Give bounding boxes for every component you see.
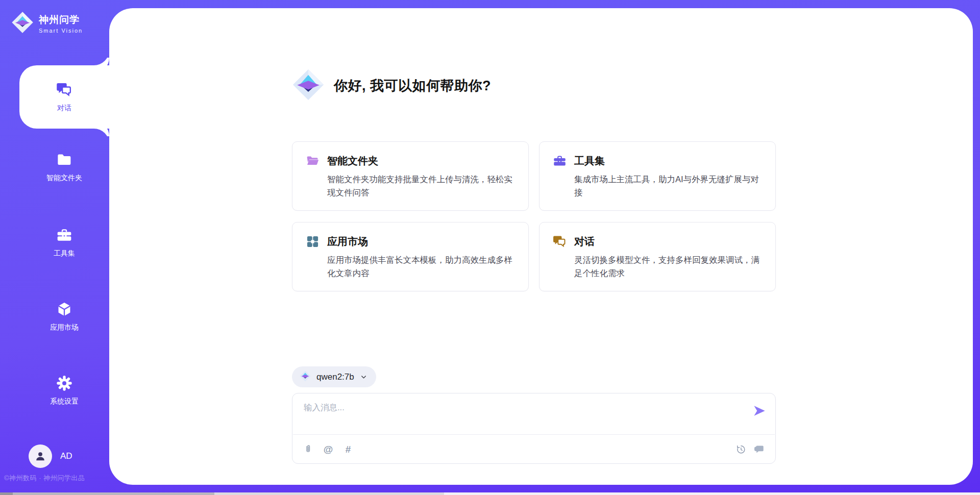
sidebar: 神州问学 Smart Vision 对话 智能文件夹 工具集 — [0, 0, 109, 495]
model-selector[interactable]: qwen2:7b — [292, 366, 376, 387]
card-toolbox[interactable]: 工具集 集成市场上主流工具，助力AI与外界无缝扩展与对接 — [539, 141, 776, 211]
folder-icon — [56, 152, 72, 168]
card-description: 智能文件夹功能支持批量文件上传与清洗，轻松实现文件问答 — [327, 173, 515, 199]
card-description: 灵活切换多模型文件，支持多样回复效果调试，满足个性化需求 — [574, 254, 762, 280]
sidebar-item-toolbox[interactable]: 工具集 — [19, 211, 109, 274]
card-smart-folder[interactable]: 智能文件夹 智能文件夹功能支持批量文件上传与清洗，轻松实现文件问答 — [292, 141, 529, 211]
sidebar-item-settings[interactable]: 系统设置 — [19, 359, 109, 422]
sidebar-item-label: 工具集 — [54, 249, 75, 258]
brand-subtitle: Smart Vision — [39, 28, 83, 34]
gem-logo-icon — [292, 68, 325, 103]
card-title: 工具集 — [574, 154, 605, 168]
user-profile[interactable]: AD — [29, 444, 72, 468]
greeting-title: 你好, 我可以如何帮助你? — [334, 77, 491, 95]
scrollbar-thumb[interactable] — [13, 492, 214, 495]
history-icon[interactable] — [735, 443, 746, 455]
sidebar-item-label: 应用市场 — [50, 323, 79, 332]
sidebar-item-label: 对话 — [57, 104, 71, 113]
chat-icon — [56, 82, 72, 98]
card-title: 应用市场 — [327, 235, 368, 249]
card-title: 智能文件夹 — [327, 154, 378, 168]
sidebar-item-chat[interactable]: 对话 — [19, 65, 109, 129]
card-description: 应用市场提供丰富长文本模板，助力高效生成多样化文章内容 — [327, 254, 515, 280]
sidebar-item-label: 系统设置 — [50, 397, 79, 406]
gem-logo-icon — [11, 11, 34, 36]
card-description: 集成市场上主流工具，助力AI与外界无缝扩展与对接 — [574, 173, 762, 199]
feature-cards: 智能文件夹 智能文件夹功能支持批量文件上传与清洗，轻松实现文件问答 — [292, 141, 776, 291]
sidebar-item-smart-folder[interactable]: 智能文件夹 — [19, 135, 109, 199]
message-composer: @ # — [292, 393, 776, 464]
horizontal-scrollbar[interactable] — [0, 492, 980, 495]
gear-icon — [56, 375, 72, 391]
brand-name: 神州问学 — [39, 13, 83, 27]
model-name: qwen2:7b — [316, 372, 354, 382]
sidebar-item-app-market[interactable]: 应用市场 — [19, 285, 109, 348]
hashtag-icon[interactable]: # — [342, 443, 354, 455]
mention-icon[interactable]: @ — [323, 443, 334, 455]
app-logo: 神州问学 Smart Vision — [11, 11, 83, 36]
toolbox-icon — [56, 227, 72, 243]
folder-open-icon — [306, 154, 320, 168]
sidebar-item-label: 智能文件夹 — [46, 174, 82, 183]
cube-icon — [56, 301, 72, 317]
grid-icon — [306, 235, 320, 249]
chat-icon — [553, 235, 567, 249]
scrollbar-button[interactable] — [0, 492, 13, 495]
chevron-down-icon — [360, 373, 368, 381]
gem-logo-icon — [300, 370, 311, 384]
card-title: 对话 — [574, 235, 595, 249]
avatar — [29, 444, 52, 468]
greeting: 你好, 我可以如何帮助你? — [292, 68, 491, 103]
user-name: AD — [60, 451, 72, 461]
attachment-icon[interactable] — [303, 443, 314, 455]
chat-bubble-icon[interactable] — [754, 443, 765, 455]
toolbox-icon — [553, 154, 567, 168]
scrollbar-track — [214, 492, 444, 495]
card-chat[interactable]: 对话 灵活切换多模型文件，支持多样回复效果调试，满足个性化需求 — [539, 222, 776, 291]
sidebar-footer-text: ©神州数码 · 神州问学出品 — [4, 474, 85, 483]
send-icon[interactable] — [753, 404, 766, 417]
main-panel: 你好, 我可以如何帮助你? 智能文件夹 智能文件夹功能支持批量文件上传与清洗，轻… — [109, 8, 973, 485]
card-app-market[interactable]: 应用市场 应用市场提供丰富长文本模板，助力高效生成多样化文章内容 — [292, 222, 529, 291]
person-icon — [34, 450, 47, 463]
scrollbar-track — [444, 492, 980, 495]
message-input[interactable] — [304, 401, 753, 428]
